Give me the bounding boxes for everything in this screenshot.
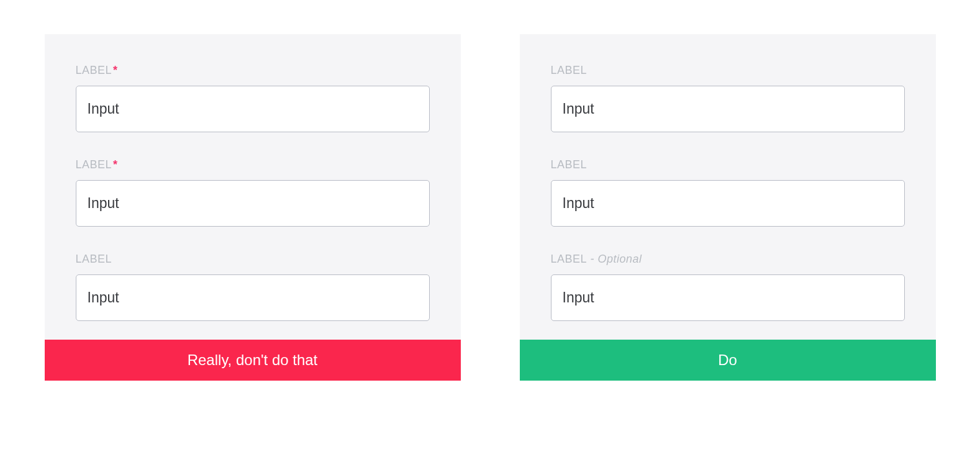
text-input[interactable]: Input bbox=[76, 180, 430, 227]
text-input[interactable]: Input bbox=[551, 274, 905, 321]
text-input[interactable]: Input bbox=[551, 86, 905, 132]
form-field: LABEL Input bbox=[76, 253, 430, 321]
do-card-body: LABEL Input LABEL Input LABEL - Optional… bbox=[520, 34, 936, 340]
dont-footer-banner: Really, don't do that bbox=[45, 340, 461, 381]
text-input[interactable]: Input bbox=[76, 274, 430, 321]
do-card: LABEL Input LABEL Input LABEL - Optional… bbox=[520, 34, 936, 381]
do-footer-text: Do bbox=[718, 351, 737, 369]
form-field: LABEL Input bbox=[551, 64, 905, 132]
field-label-row: LABEL - Optional bbox=[551, 253, 905, 266]
field-label-row: LABEL bbox=[551, 64, 905, 77]
form-field: LABEL - Optional Input bbox=[551, 253, 905, 321]
form-field: LABEL* Input bbox=[76, 158, 430, 227]
form-field: LABEL* Input bbox=[76, 64, 430, 132]
field-label-row: LABEL bbox=[551, 158, 905, 171]
field-label: LABEL bbox=[76, 253, 112, 265]
text-input[interactable]: Input bbox=[76, 86, 430, 132]
dont-footer-text: Really, don't do that bbox=[188, 351, 318, 369]
form-field: LABEL Input bbox=[551, 158, 905, 227]
required-asterisk: * bbox=[113, 158, 118, 171]
field-label-row: LABEL* bbox=[76, 158, 430, 171]
field-label: LABEL bbox=[76, 64, 112, 76]
field-label: LABEL bbox=[551, 158, 588, 171]
field-label: LABEL bbox=[551, 253, 588, 265]
required-asterisk: * bbox=[113, 64, 118, 76]
do-footer-banner: Do bbox=[520, 340, 936, 381]
text-input[interactable]: Input bbox=[551, 180, 905, 227]
field-label-row: LABEL bbox=[76, 253, 430, 266]
optional-suffix: - Optional bbox=[587, 253, 642, 265]
dont-card: LABEL* Input LABEL* Input LABEL Input Re… bbox=[45, 34, 461, 381]
field-label-row: LABEL* bbox=[76, 64, 430, 77]
field-label: LABEL bbox=[76, 158, 112, 171]
field-label: LABEL bbox=[551, 64, 588, 76]
dont-card-body: LABEL* Input LABEL* Input LABEL Input bbox=[45, 34, 461, 340]
